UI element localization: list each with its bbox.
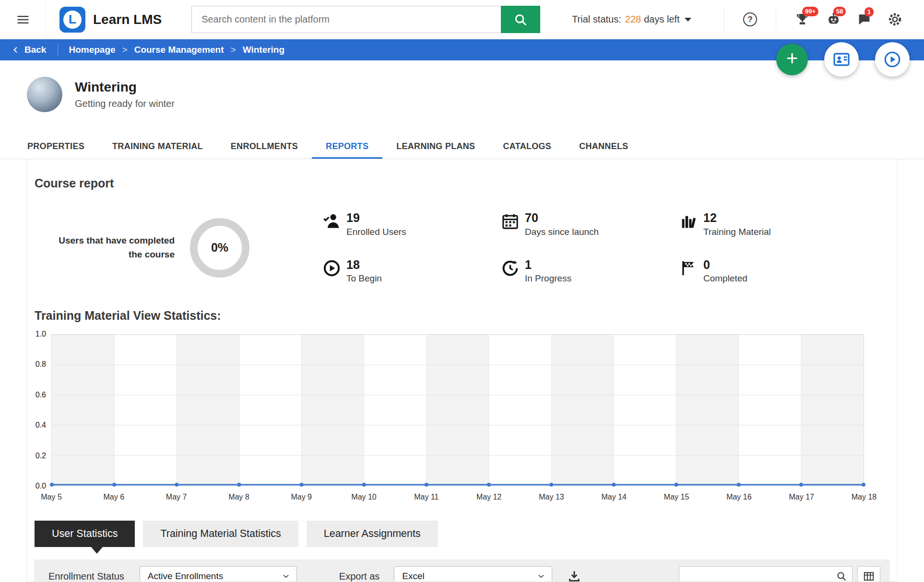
chevron-down-icon [536,571,546,581]
chart-y-axis: 0.00.20.40.60.81.0 [27,334,49,486]
column-settings-button[interactable] [857,566,880,582]
stat-text: 70 Days since launch [525,211,599,237]
global-search-input[interactable] [191,6,501,33]
tab-enrollments[interactable]: ENROLLMENTS [217,134,312,159]
tab-learner-assignments[interactable]: Learner Assignments [307,521,438,547]
stat-days-since-launch: 70 Days since launch [500,211,678,237]
hamburger-menu-button[interactable] [0,0,46,39]
table-search-input[interactable] [679,571,836,582]
course-report-summary: Users that have completed the course 0% … [27,211,897,284]
breadcrumb-wintering[interactable]: Wintering [243,45,284,55]
filter-bar: Enrollment Status Active Enrollments Exp… [34,559,890,582]
tab-training-material[interactable]: TRAINING MATERIAL [98,134,217,159]
export-format-select[interactable]: Excel [394,566,552,582]
statistics-tabs: User Statistics Training Material Statis… [35,521,897,547]
download-button[interactable] [568,570,581,582]
y-tick-label: 0.0 [36,482,46,490]
stat-label: In Progress [525,273,571,284]
in-progress-clock-icon [500,259,520,284]
x-tick-label: May 12 [476,493,501,501]
app-logo[interactable]: L Learn LMS [59,7,162,33]
trial-days-left: 228 [625,14,641,25]
chart-title: Training Material View Statistics: [35,309,897,323]
enroll-users-button[interactable] [824,42,859,77]
x-tick-label: May 13 [539,493,564,501]
trial-status[interactable]: Trial status: 228 days left [572,14,691,25]
add-button[interactable]: + [776,44,808,75]
messages-button[interactable]: 1 [857,12,871,26]
enrollment-status-select[interactable]: Active Enrollments [140,566,297,582]
finish-flag-icon [678,259,699,284]
x-tick-label: May 17 [789,493,814,501]
course-tabs: PROPERTIES TRAINING MATERIAL ENROLLMENTS… [0,134,924,159]
y-tick-label: 0.6 [36,391,46,399]
course-title: Wintering [75,80,175,95]
y-tick-label: 0.8 [36,360,46,369]
page: { "header": { "logo_glyph": "L", "logo_t… [0,0,924,582]
tab-reports[interactable]: REPORTS [312,134,382,159]
global-search [191,6,540,33]
stat-value: 1 [525,258,571,272]
stat-value: 0 [703,258,747,272]
messages-badge: 1 [865,7,874,17]
x-tick-label: May 18 [852,493,877,501]
tab-training-material-statistics[interactable]: Training Material Statistics [143,521,298,547]
hamburger-icon [16,13,30,26]
tab-catalogs[interactable]: CATALOGS [489,134,565,159]
enrollment-status-value: Active Enrollments [148,571,223,582]
back-label: Back [24,45,46,55]
top-header: L Learn LMS Trial status: 228 days left … [0,0,924,39]
assistant-badge: 58 [833,7,846,16]
y-tick-label: 0.4 [36,421,46,430]
achievements-button[interactable]: 99+ [795,12,810,27]
x-tick-label: May 11 [414,493,438,501]
help-icon: ? [743,12,757,26]
course-subtitle: Getting ready for winter [75,98,175,109]
stat-to-begin: 18 To Begin [321,258,500,284]
assistant-button[interactable]: 58 [826,12,841,27]
enrolled-users-icon [321,212,342,237]
x-tick-label: May 9 [291,493,312,501]
gear-icon [888,12,902,27]
tab-channels[interactable]: CHANNELS [565,134,642,159]
help-button[interactable]: ? [743,12,757,26]
x-tick-label: May 6 [104,493,125,501]
chart-wrapper: 0.00.20.40.60.81.0 May 5May 6May 7May 8M… [27,334,897,506]
stat-value: 18 [346,258,382,272]
settings-button[interactable] [888,12,902,27]
download-icon [568,570,581,582]
preview-course-button[interactable] [875,42,910,77]
export-format-value: Excel [402,571,424,582]
achievements-badge: 99+ [802,7,818,16]
stat-in-progress: 1 In Progress [500,258,678,284]
course-titles: Wintering Getting ready for winter [75,80,175,109]
breadcrumb-homepage[interactable]: Homepage [69,45,115,55]
tab-user-statistics[interactable]: User Statistics [35,521,135,547]
x-tick-label: May 15 [664,493,689,501]
x-tick-label: May 10 [351,493,376,501]
play-circle-icon [883,50,901,69]
tab-properties[interactable]: PROPERTIES [13,134,98,159]
chevron-down-icon [281,571,291,581]
tab-learning-plans[interactable]: LEARNING PLANS [382,134,489,159]
table-search-box [679,566,853,582]
stat-label: Days since launch [525,227,599,237]
x-tick-label: May 14 [602,493,627,501]
stat-value: 70 [525,211,599,225]
library-icon [678,212,699,237]
table-search-button[interactable] [836,570,847,582]
chart-x-axis: May 5May 6May 7May 8May 9May 10May 11May… [51,490,864,506]
calendar-icon [500,212,520,237]
logo-icon: L [59,7,85,33]
table-grid-icon [863,570,875,582]
stat-label: To Begin [346,273,382,284]
export-as-label: Export as [339,571,379,582]
stat-text: 12 Training Material [703,211,771,237]
global-search-button[interactable] [501,6,540,33]
x-tick-label: May 7 [166,493,187,501]
stat-label: Training Material [703,227,771,237]
back-button[interactable]: Back [0,39,58,60]
logo-letter: L [63,11,82,29]
enrollment-status-label: Enrollment Status [48,571,124,582]
breadcrumb-course-management[interactable]: Course Management [134,45,224,55]
